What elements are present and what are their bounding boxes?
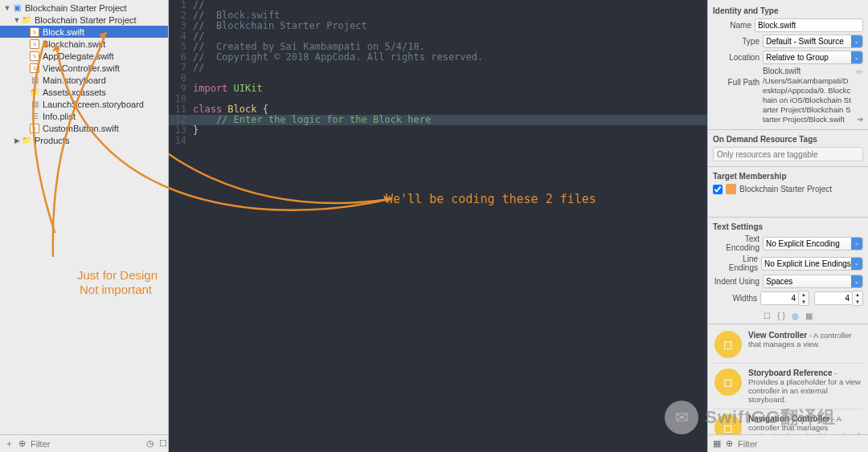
object-library-tab-icon[interactable]: ◎ (792, 312, 799, 320)
text-encoding-select[interactable]: No Explicit Encoding (763, 237, 863, 250)
navigator-footer: ＋ ⊕ ◷ ☐ (0, 434, 168, 452)
annotation-text: We'll be coding these 2 files (386, 192, 596, 206)
file-label: CustomButton.swift (43, 124, 119, 133)
disclosure-icon[interactable]: ▼ (3, 4, 11, 12)
swift-file-icon: s (29, 39, 40, 50)
chevron-down-icon: ⌄ (851, 238, 862, 250)
code-snippet-tab-icon[interactable]: { } (777, 312, 784, 320)
full-path-value: /Users/SaiKambampati/Desktop/Appcoda/9. … (763, 76, 863, 124)
file-label: ViewController.swift (43, 63, 120, 73)
swift-file-icon: s (29, 51, 40, 62)
library-item-title: View Controller (748, 331, 807, 340)
file-label: Info.plist (43, 112, 76, 121)
indent-using-select[interactable]: Spaces (763, 275, 863, 288)
file-row[interactable]: ▤Main.storyboard (0, 74, 168, 86)
chevron-down-icon: ⌄ (851, 35, 862, 47)
products-group[interactable]: ▶ 📁 Products (0, 134, 168, 146)
stepper-down-icon[interactable]: ▼ (853, 299, 862, 306)
project-name: Blockchain Starter Project (25, 3, 127, 13)
folder-icon: 📁 (21, 14, 32, 26)
storyboard-icon: ▤ (29, 75, 40, 86)
library-item[interactable]: ◻View Controller - A controller that man… (713, 326, 863, 364)
stepper-up-icon[interactable]: ▲ (799, 291, 809, 299)
storyboard-icon: ▤ (29, 99, 40, 110)
file-row[interactable]: sBlockchain.swift (0, 38, 168, 50)
file-label: Blockchain.swift (43, 39, 105, 49)
swift-file-icon: s (29, 63, 40, 74)
chevron-down-icon: ⌄ (851, 258, 862, 270)
library-filter-input[interactable] (738, 439, 863, 449)
group-folder[interactable]: ▼ 📁 Blockchain Starter Project (0, 14, 168, 26)
assets-icon: 📁 (29, 87, 40, 98)
file-label: Block.swift (43, 27, 84, 37)
file-row[interactable]: ▤LaunchScreen.storyboard (0, 98, 168, 110)
type-select[interactable]: Default - Swift Source (763, 35, 863, 48)
chevron-down-icon: ⌄ (851, 275, 862, 287)
file-label: AppDelegate.swift (43, 51, 114, 61)
field-label: Indent Using (713, 277, 760, 286)
indent-width-input[interactable] (814, 291, 853, 305)
field-label: Location (713, 53, 760, 62)
object-icon: ◻ (714, 369, 742, 396)
library-tabs[interactable]: ☐ { } ◎ ▦ (713, 308, 863, 322)
navigator-list[interactable]: ▼ ▣ Blockchain Starter Project ▼ 📁 Block… (0, 0, 168, 434)
file-row[interactable]: 📁Assets.xcassets (0, 86, 168, 98)
folder-icon: 📁 (21, 135, 32, 146)
grid-view-icon[interactable]: ▦ (713, 438, 721, 449)
group-name: Products (35, 136, 69, 145)
xcode-project-icon: ▣ (11, 2, 23, 14)
disclosure-icon[interactable]: ▼ (13, 16, 21, 24)
line-endings-select[interactable]: No Explicit Line Endings (761, 257, 863, 271)
file-row[interactable]: sBlock.swift (0, 26, 168, 38)
field-label: Type (713, 37, 760, 46)
reveal-arrow-icon[interactable]: ➔ (857, 115, 863, 124)
section-title: Identity and Type (713, 6, 863, 15)
file-row[interactable]: sAppDelegate.swift (0, 50, 168, 62)
file-label: Assets.xcassets (43, 88, 106, 97)
chevron-down-icon: ⌄ (851, 51, 862, 63)
source-editor[interactable]: 1//2// Block.swift3// Blockchain Starter… (169, 0, 707, 452)
filter-icon[interactable]: ⊕ (726, 438, 733, 449)
field-label: Name (713, 21, 751, 30)
resource-tags-input (713, 147, 863, 161)
swift-file-icon: s (29, 123, 40, 134)
library-item-title: Storyboard Reference (748, 369, 832, 377)
library-footer: ▦ ⊕ (708, 434, 868, 452)
relative-path: Block.swift▭ (763, 67, 863, 75)
group-name: Blockchain Starter Project (35, 15, 137, 25)
watermark: ✉ SwiftGG翻译组 (665, 401, 836, 434)
file-template-tab-icon[interactable]: ☐ (764, 312, 771, 320)
folder-icon[interactable]: ▭ (856, 67, 863, 75)
file-row[interactable]: sCustomButton.swift (0, 122, 168, 134)
name-input[interactable] (755, 18, 863, 32)
stepper-down-icon[interactable]: ▼ (799, 299, 809, 306)
tab-width-input[interactable] (760, 291, 799, 305)
file-label: LaunchScreen.storyboard (43, 100, 144, 109)
app-icon (726, 184, 736, 194)
media-library-tab-icon[interactable]: ▦ (805, 312, 813, 320)
navigator-filter-input[interactable] (31, 439, 141, 449)
section-title: Text Settings (713, 222, 863, 231)
target-checkbox[interactable] (713, 185, 723, 194)
swift-file-icon: s (29, 26, 40, 38)
recent-icon[interactable]: ◷ (146, 438, 154, 450)
stepper-up-icon[interactable]: ▲ (853, 291, 862, 299)
inspector-panel: Identity and Type Name Type Default - Sw… (707, 0, 868, 452)
project-root[interactable]: ▼ ▣ Blockchain Starter Project (0, 2, 168, 14)
disclosure-icon[interactable]: ▶ (13, 136, 21, 145)
filter-icon[interactable]: ⊕ (18, 438, 26, 450)
scm-icon[interactable]: ☐ (159, 438, 167, 450)
file-row[interactable]: sViewController.swift (0, 62, 168, 74)
field-label: Widths (713, 294, 757, 303)
field-label: Text Encoding (713, 234, 760, 252)
section-title: On Demand Resource Tags (713, 135, 863, 144)
location-select[interactable]: Relative to Group (763, 51, 863, 64)
field-label: Full Path (713, 78, 760, 87)
wechat-icon: ✉ (665, 401, 698, 434)
add-icon[interactable]: ＋ (5, 438, 14, 450)
field-label: Line Endings (713, 255, 758, 272)
file-label: Main.storyboard (43, 75, 106, 85)
plist-icon: ☰ (29, 111, 40, 122)
file-row[interactable]: ☰Info.plist (0, 110, 168, 122)
project-navigator: ▼ ▣ Blockchain Starter Project ▼ 📁 Block… (0, 0, 169, 452)
